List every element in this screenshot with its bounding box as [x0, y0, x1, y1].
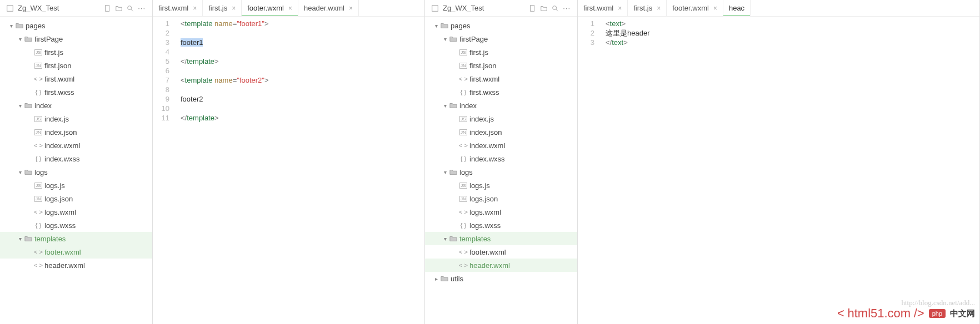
twisty-icon[interactable]: ▾	[442, 36, 448, 42]
code-line[interactable]: </template>	[181, 113, 269, 123]
tree-item-first-wxss[interactable]: { }first.wxss	[425, 85, 577, 99]
tree-item-logs-json[interactable]: JNlogs.json	[425, 192, 577, 205]
twisty-icon[interactable]: ▸	[433, 276, 439, 282]
tree-item-logs-wxml[interactable]: < >logs.wxml	[0, 205, 152, 219]
tab-header-wxml[interactable]: header.wxml×	[298, 0, 359, 16]
tree-item-firstPage[interactable]: ▾firstPage	[0, 32, 152, 45]
new-file-icon[interactable]	[103, 4, 112, 13]
close-icon[interactable]: ×	[657, 4, 661, 12]
tab-first-js[interactable]: first.js×	[203, 0, 242, 16]
file-tree-2[interactable]: ▾pages▾firstPageJSfirst.jsJNfirst.json< …	[425, 17, 577, 324]
code-line[interactable]	[181, 28, 269, 38]
twisty-icon[interactable]: ▾	[17, 103, 23, 109]
tree-item-index[interactable]: ▾index	[0, 99, 152, 112]
tree-item-first-wxml[interactable]: < >first.wxml	[0, 72, 152, 85]
tree-item-templates[interactable]: ▾templates	[425, 232, 577, 245]
close-icon[interactable]: ×	[349, 4, 353, 12]
tab-footer-wxml[interactable]: footer.wxml×	[667, 0, 723, 16]
tree-item-logs[interactable]: ▾logs	[0, 165, 152, 179]
tree-item-index-wxml[interactable]: < >index.wxml	[0, 139, 152, 152]
folder-icon	[448, 34, 458, 43]
new-file-icon[interactable]	[528, 4, 537, 13]
jn-icon: JN	[458, 194, 468, 203]
tab-first-js[interactable]: first.js×	[628, 0, 667, 16]
folder-icon	[23, 34, 33, 43]
tree-item-logs-wxss[interactable]: { }logs.wxss	[0, 219, 152, 232]
code-editor-2[interactable]: 123 <text>这里是header</text>	[578, 17, 979, 324]
close-icon[interactable]: ×	[232, 4, 236, 12]
code-line[interactable]	[181, 104, 269, 113]
tree-item-index-wxss[interactable]: { }index.wxss	[0, 152, 152, 165]
tree-item-first-json[interactable]: JNfirst.json	[0, 59, 152, 72]
twisty-icon[interactable]: ▾	[433, 23, 439, 29]
tree-item-pages[interactable]: ▾pages	[425, 19, 577, 32]
tree-item-logs-js[interactable]: JSlogs.js	[425, 179, 577, 192]
tree-item-logs-wxml[interactable]: < >logs.wxml	[425, 205, 577, 219]
tree-item-index-json[interactable]: JNindex.json	[0, 125, 152, 139]
twisty-icon[interactable]: ▾	[17, 236, 23, 242]
code-line[interactable]: <template name="footer1">	[181, 19, 269, 28]
tree-item-utils[interactable]: ▸utils	[425, 272, 577, 285]
css-icon: { }	[458, 88, 468, 97]
tree-item-index[interactable]: ▾index	[425, 99, 577, 112]
new-folder-icon[interactable]	[539, 4, 548, 13]
tree-item-first-js[interactable]: JSfirst.js	[425, 45, 577, 59]
tree-item-footer-wxml[interactable]: < >footer.wxml	[0, 245, 152, 259]
folder-icon	[439, 274, 449, 283]
code-line[interactable]: <text>	[606, 19, 649, 28]
twisty-icon[interactable]: ▾	[17, 36, 23, 42]
twisty-icon[interactable]: ▾	[17, 169, 23, 175]
close-icon[interactable]: ×	[713, 4, 717, 12]
code-line[interactable]	[181, 85, 269, 94]
code-line[interactable]: 这里是header	[606, 28, 649, 38]
code-line[interactable]	[181, 66, 269, 75]
twisty-icon[interactable]: ▾	[442, 103, 448, 109]
tab-footer-wxml[interactable]: footer.wxml×	[242, 0, 298, 16]
tree-item-index-js[interactable]: JSindex.js	[0, 112, 152, 125]
tree-item-logs[interactable]: ▾logs	[425, 165, 577, 179]
file-tree-1[interactable]: ▾pages▾firstPageJSfirst.jsJNfirst.json< …	[0, 17, 152, 324]
code-line[interactable]: footer2	[181, 94, 269, 104]
tree-item-firstPage[interactable]: ▾firstPage	[425, 32, 577, 45]
code-line[interactable]: <template name="footer2">	[181, 75, 269, 85]
tab-first-wxml[interactable]: first.wxml×	[153, 0, 203, 16]
tree-item-index-json[interactable]: JNindex.json	[425, 125, 577, 139]
tree-item-logs-wxss[interactable]: { }logs.wxss	[425, 219, 577, 232]
close-icon[interactable]: ×	[618, 4, 622, 12]
code-line[interactable]: </text>	[606, 38, 649, 47]
code-editor-1[interactable]: 1234567891011 <template name="footer1">f…	[153, 17, 424, 324]
tree-item-templates[interactable]: ▾templates	[0, 232, 152, 245]
tree-item-header-wxml[interactable]: < >header.wxml	[425, 259, 577, 272]
tab-first-wxml[interactable]: first.wxml×	[578, 0, 628, 16]
code-area-2[interactable]: <text>这里是header</text>	[600, 17, 649, 324]
more-icon[interactable]: ···	[561, 4, 573, 12]
close-icon[interactable]: ×	[288, 4, 292, 12]
watermark-cn: 中文网	[950, 308, 975, 319]
code-area-1[interactable]: <template name="footer1">footer1</templa…	[175, 17, 269, 324]
close-icon[interactable]: ×	[193, 4, 197, 12]
tree-item-index-js[interactable]: JSindex.js	[425, 112, 577, 125]
tab-heac[interactable]: heac	[723, 0, 751, 16]
code-line[interactable]	[181, 47, 269, 57]
tree-item-first-js[interactable]: JSfirst.js	[0, 45, 152, 59]
tree-item-index-wxml[interactable]: < >index.wxml	[425, 139, 577, 152]
tree-item-index-wxss[interactable]: { }index.wxss	[425, 152, 577, 165]
tree-item-logs-json[interactable]: JNlogs.json	[0, 192, 152, 205]
search-icon[interactable]	[551, 4, 559, 13]
new-folder-icon[interactable]	[114, 4, 123, 13]
tree-item-pages[interactable]: ▾pages	[0, 19, 152, 32]
code-line[interactable]: footer1	[181, 38, 269, 47]
twisty-icon[interactable]: ▾	[442, 236, 448, 242]
code-line[interactable]: </template>	[181, 57, 269, 66]
tree-item-footer-wxml[interactable]: < >footer.wxml	[425, 245, 577, 259]
tree-label: header.wxml	[468, 261, 510, 270]
search-icon[interactable]	[126, 4, 134, 13]
tree-item-first-wxss[interactable]: { }first.wxss	[0, 85, 152, 99]
tree-item-header-wxml[interactable]: < >header.wxml	[0, 259, 152, 272]
more-icon[interactable]: ···	[136, 4, 148, 12]
twisty-icon[interactable]: ▾	[8, 23, 14, 29]
twisty-icon[interactable]: ▾	[442, 169, 448, 175]
tree-item-first-wxml[interactable]: < >first.wxml	[425, 72, 577, 85]
tree-item-logs-js[interactable]: JSlogs.js	[0, 179, 152, 192]
tree-item-first-json[interactable]: JNfirst.json	[425, 59, 577, 72]
